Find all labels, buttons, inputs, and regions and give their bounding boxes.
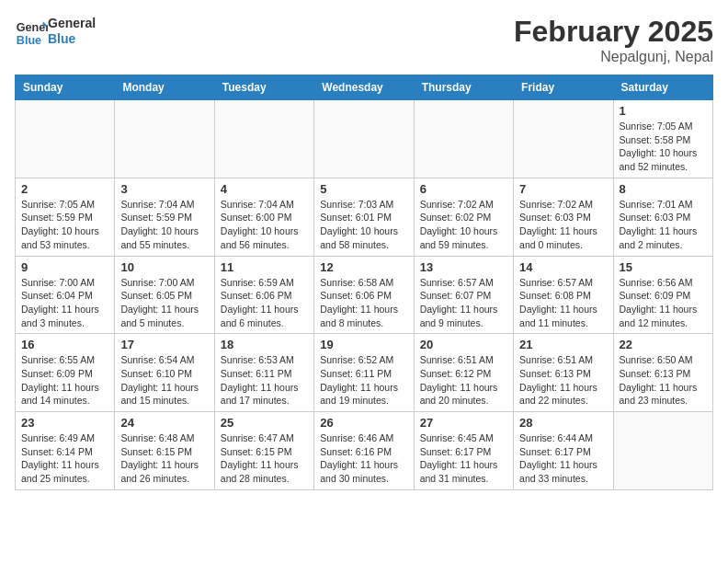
- calendar-cell: [514, 100, 613, 178]
- day-info: Sunrise: 7:02 AM Sunset: 6:03 PM Dayligh…: [519, 198, 607, 252]
- day-number: 28: [519, 416, 607, 430]
- calendar-cell: 8Sunrise: 7:01 AM Sunset: 6:03 PM Daylig…: [613, 178, 712, 256]
- calendar-cell: 5Sunrise: 7:03 AM Sunset: 6:01 PM Daylig…: [314, 178, 414, 256]
- day-info: Sunrise: 6:53 AM Sunset: 6:11 PM Dayligh…: [221, 353, 308, 408]
- calendar-week-row: 23Sunrise: 6:49 AM Sunset: 6:14 PM Dayli…: [16, 412, 713, 490]
- day-number: 22: [620, 338, 707, 351]
- calendar-cell: 18Sunrise: 6:53 AM Sunset: 6:11 PM Dayli…: [214, 334, 313, 412]
- day-info: Sunrise: 6:57 AM Sunset: 6:07 PM Dayligh…: [420, 276, 507, 330]
- day-number: 20: [420, 338, 507, 351]
- page-header: General Blue General Blue February 2025 …: [15, 15, 713, 65]
- calendar-cell: 21Sunrise: 6:51 AM Sunset: 6:13 PM Dayli…: [514, 334, 613, 412]
- day-info: Sunrise: 6:50 AM Sunset: 6:13 PM Dayligh…: [620, 353, 707, 408]
- weekday-header-wednesday: Wednesday: [314, 75, 414, 100]
- day-number: 27: [420, 416, 507, 430]
- day-number: 19: [320, 338, 407, 351]
- day-number: 23: [21, 416, 108, 430]
- title-block: February 2025 Nepalgunj, Nepal: [514, 15, 713, 65]
- day-number: 6: [420, 182, 507, 196]
- calendar-cell: 23Sunrise: 6:49 AM Sunset: 6:14 PM Dayli…: [16, 412, 115, 490]
- calendar-cell: 26Sunrise: 6:46 AM Sunset: 6:16 PM Dayli…: [314, 412, 414, 490]
- calendar-cell: 11Sunrise: 6:59 AM Sunset: 6:06 PM Dayli…: [214, 256, 313, 334]
- calendar-cell: 20Sunrise: 6:51 AM Sunset: 6:12 PM Dayli…: [414, 334, 513, 412]
- day-info: Sunrise: 6:59 AM Sunset: 6:06 PM Dayligh…: [221, 276, 308, 330]
- calendar-cell: [115, 100, 214, 178]
- day-number: 7: [519, 182, 607, 196]
- weekday-header-tuesday: Tuesday: [214, 75, 313, 100]
- day-number: 25: [221, 416, 308, 430]
- calendar-cell: 27Sunrise: 6:45 AM Sunset: 6:17 PM Dayli…: [414, 412, 513, 490]
- day-info: Sunrise: 6:51 AM Sunset: 6:13 PM Dayligh…: [519, 353, 607, 408]
- calendar-cell: 1Sunrise: 7:05 AM Sunset: 5:58 PM Daylig…: [613, 100, 712, 178]
- calendar-week-row: 9Sunrise: 7:00 AM Sunset: 6:04 PM Daylig…: [16, 256, 713, 334]
- calendar-cell: [314, 100, 414, 178]
- calendar-cell: 13Sunrise: 6:57 AM Sunset: 6:07 PM Dayli…: [414, 256, 513, 334]
- calendar-cell: 28Sunrise: 6:44 AM Sunset: 6:17 PM Dayli…: [514, 412, 613, 490]
- day-info: Sunrise: 6:49 AM Sunset: 6:14 PM Dayligh…: [21, 431, 108, 486]
- day-number: 9: [21, 260, 108, 274]
- weekday-header-sunday: Sunday: [16, 75, 115, 100]
- day-number: 12: [320, 260, 407, 274]
- day-info: Sunrise: 7:02 AM Sunset: 6:02 PM Dayligh…: [420, 198, 507, 252]
- day-number: 24: [120, 416, 208, 430]
- day-number: 5: [320, 182, 407, 196]
- logo-icon: General Blue: [15, 15, 48, 48]
- day-number: 13: [420, 260, 507, 274]
- day-number: 18: [221, 338, 308, 351]
- day-info: Sunrise: 7:05 AM Sunset: 5:58 PM Dayligh…: [620, 120, 707, 174]
- day-info: Sunrise: 6:55 AM Sunset: 6:09 PM Dayligh…: [21, 353, 108, 408]
- calendar-table: SundayMondayTuesdayWednesdayThursdayFrid…: [15, 75, 713, 490]
- day-number: 1: [620, 104, 707, 118]
- calendar-cell: 19Sunrise: 6:52 AM Sunset: 6:11 PM Dayli…: [314, 334, 414, 412]
- day-number: 11: [221, 260, 308, 274]
- day-number: 21: [519, 338, 607, 351]
- calendar-cell: 4Sunrise: 7:04 AM Sunset: 6:00 PM Daylig…: [214, 178, 313, 256]
- day-info: Sunrise: 6:48 AM Sunset: 6:15 PM Dayligh…: [120, 431, 208, 486]
- weekday-header-thursday: Thursday: [414, 75, 513, 100]
- day-number: 26: [320, 416, 407, 430]
- day-number: 4: [221, 182, 308, 196]
- day-number: 16: [21, 338, 108, 351]
- day-info: Sunrise: 6:52 AM Sunset: 6:11 PM Dayligh…: [320, 353, 407, 408]
- day-info: Sunrise: 7:05 AM Sunset: 5:59 PM Dayligh…: [21, 198, 108, 252]
- day-info: Sunrise: 6:51 AM Sunset: 6:12 PM Dayligh…: [420, 353, 507, 408]
- calendar-week-row: 16Sunrise: 6:55 AM Sunset: 6:09 PM Dayli…: [16, 334, 713, 412]
- day-number: 15: [620, 260, 707, 274]
- day-number: 10: [120, 260, 208, 274]
- calendar-cell: 25Sunrise: 6:47 AM Sunset: 6:15 PM Dayli…: [214, 412, 313, 490]
- logo: General Blue General Blue: [15, 15, 96, 48]
- calendar-cell: 15Sunrise: 6:56 AM Sunset: 6:09 PM Dayli…: [613, 256, 712, 334]
- day-info: Sunrise: 7:04 AM Sunset: 5:59 PM Dayligh…: [120, 198, 208, 252]
- weekday-header-row: SundayMondayTuesdayWednesdayThursdayFrid…: [16, 75, 713, 100]
- calendar-cell: 17Sunrise: 6:54 AM Sunset: 6:10 PM Dayli…: [115, 334, 214, 412]
- calendar-cell: 16Sunrise: 6:55 AM Sunset: 6:09 PM Dayli…: [16, 334, 115, 412]
- weekday-header-friday: Friday: [514, 75, 613, 100]
- month-title: February 2025: [514, 15, 713, 49]
- calendar-cell: 2Sunrise: 7:05 AM Sunset: 5:59 PM Daylig…: [16, 178, 115, 256]
- day-info: Sunrise: 6:54 AM Sunset: 6:10 PM Dayligh…: [120, 353, 208, 408]
- calendar-week-row: 1Sunrise: 7:05 AM Sunset: 5:58 PM Daylig…: [16, 100, 713, 178]
- day-number: 17: [120, 338, 208, 351]
- day-info: Sunrise: 7:03 AM Sunset: 6:01 PM Dayligh…: [320, 198, 407, 252]
- day-number: 2: [21, 182, 108, 196]
- calendar-cell: 3Sunrise: 7:04 AM Sunset: 5:59 PM Daylig…: [115, 178, 214, 256]
- svg-text:Blue: Blue: [17, 34, 41, 47]
- weekday-header-monday: Monday: [115, 75, 214, 100]
- day-info: Sunrise: 6:56 AM Sunset: 6:09 PM Dayligh…: [620, 276, 707, 330]
- calendar-week-row: 2Sunrise: 7:05 AM Sunset: 5:59 PM Daylig…: [16, 178, 713, 256]
- day-number: 14: [519, 260, 607, 274]
- day-number: 8: [620, 182, 707, 196]
- day-info: Sunrise: 6:44 AM Sunset: 6:17 PM Dayligh…: [519, 431, 607, 486]
- calendar-cell: 22Sunrise: 6:50 AM Sunset: 6:13 PM Dayli…: [613, 334, 712, 412]
- day-info: Sunrise: 7:04 AM Sunset: 6:00 PM Dayligh…: [221, 198, 308, 252]
- calendar-cell: 9Sunrise: 7:00 AM Sunset: 6:04 PM Daylig…: [16, 256, 115, 334]
- calendar-cell: 6Sunrise: 7:02 AM Sunset: 6:02 PM Daylig…: [414, 178, 513, 256]
- day-info: Sunrise: 6:58 AM Sunset: 6:06 PM Dayligh…: [320, 276, 407, 330]
- calendar-cell: 10Sunrise: 7:00 AM Sunset: 6:05 PM Dayli…: [115, 256, 214, 334]
- day-info: Sunrise: 6:47 AM Sunset: 6:15 PM Dayligh…: [221, 431, 308, 486]
- day-info: Sunrise: 7:00 AM Sunset: 6:04 PM Dayligh…: [21, 276, 108, 330]
- day-info: Sunrise: 6:46 AM Sunset: 6:16 PM Dayligh…: [320, 431, 407, 486]
- calendar-cell: [613, 412, 712, 490]
- day-info: Sunrise: 6:45 AM Sunset: 6:17 PM Dayligh…: [420, 431, 507, 486]
- calendar-cell: [214, 100, 313, 178]
